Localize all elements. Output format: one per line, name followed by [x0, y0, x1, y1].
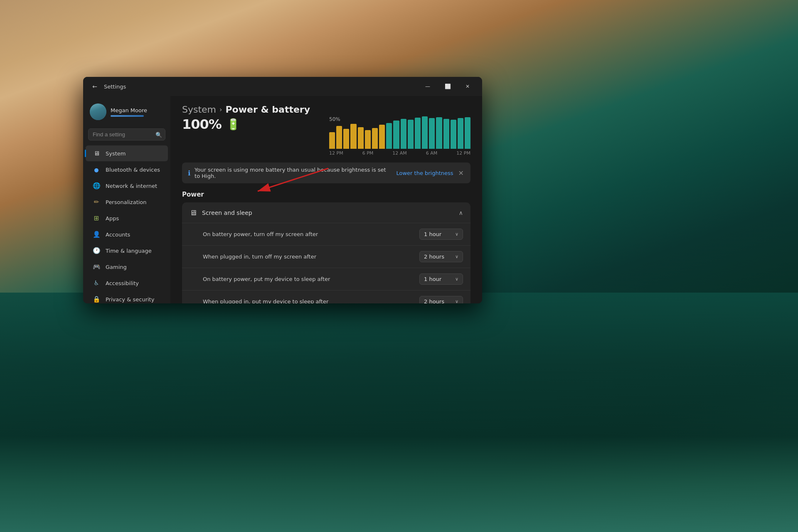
avatar [90, 103, 106, 120]
sidebar-item-label: System [106, 150, 126, 157]
search-input[interactable] [88, 128, 165, 140]
sidebar: Megan Moore 🔍 🖥 System ● Bluetooth & dev… [83, 96, 170, 303]
chart-bar [336, 126, 342, 149]
chart-bar [408, 120, 414, 149]
main-panel: System › Power & battery 100% 🔋 50% [170, 96, 482, 303]
sidebar-item-privacy[interactable]: 🔒 Privacy & security [86, 291, 168, 303]
breadcrumb-separator: › [219, 106, 222, 113]
accessibility-icon: ♿ [92, 279, 101, 287]
chart-time-label: 6 PM [362, 150, 374, 156]
sidebar-item-label: Gaming [106, 264, 127, 270]
apps-icon: ⊞ [92, 214, 101, 222]
search-icon: 🔍 [155, 131, 162, 138]
titlebar: ← Settings — ⬜ ✕ [83, 77, 482, 96]
close-button[interactable]: ✕ [458, 80, 477, 93]
user-info: Megan Moore [111, 107, 147, 117]
back-button[interactable]: ← [90, 81, 100, 91]
screen-sleep-chevron: ∧ [459, 209, 463, 216]
battery-bar-chart [329, 124, 470, 149]
screen-sleep-header-left: 🖥 Screen and sleep [190, 208, 252, 217]
user-progress-bar [111, 115, 144, 117]
sidebar-item-personalization[interactable]: ✏ Personalization [86, 194, 168, 210]
chart-bar [358, 127, 364, 149]
chart-bar [386, 123, 392, 149]
battery-screen-off-row: On battery power, turn off my screen aft… [182, 223, 470, 245]
plugged-screen-off-label: When plugged in, turn off my screen afte… [203, 254, 316, 260]
sidebar-item-label: Personalization [106, 199, 147, 205]
chart-bar [401, 119, 406, 149]
plugged-sleep-value: 2 hours [424, 298, 444, 303]
chart-bar [436, 117, 442, 149]
chart-bar [458, 118, 463, 149]
plugged-sleep-label: When plugged in, put my device to sleep … [203, 298, 328, 303]
chart-bar [415, 118, 421, 149]
breadcrumb: System › Power & battery [182, 104, 470, 115]
chart-bar [329, 132, 335, 149]
user-profile: Megan Moore [83, 99, 170, 127]
accounts-icon: 👤 [92, 230, 101, 239]
screen-sleep-card: 🖥 Screen and sleep ∧ On battery power, t… [182, 202, 470, 303]
gaming-icon: 🎮 [92, 263, 101, 271]
battery-sleep-dropdown[interactable]: 1 hour ∨ [419, 273, 463, 285]
sidebar-item-bluetooth[interactable]: ● Bluetooth & devices [86, 162, 168, 177]
titlebar-controls: — ⬜ ✕ [418, 80, 477, 93]
chevron-down-icon: ∨ [455, 299, 458, 303]
plugged-screen-off-value: 2 hours [424, 254, 444, 260]
chart-bar [365, 130, 371, 149]
breadcrumb-current: Power & battery [225, 104, 310, 115]
sidebar-item-apps[interactable]: ⊞ Apps [86, 210, 168, 226]
plugged-screen-off-row: When plugged in, turn off my screen afte… [182, 245, 470, 268]
sidebar-item-system[interactable]: 🖥 System [86, 145, 168, 161]
info-icon: ℹ [188, 169, 190, 177]
avatar-image [90, 103, 106, 120]
power-section-title: Power [182, 191, 470, 198]
titlebar-title: Settings [104, 84, 126, 90]
chart-bar [465, 117, 470, 149]
notification-text: Your screen is using more battery than u… [195, 167, 392, 179]
plugged-sleep-dropdown[interactable]: 2 hours ∨ [419, 296, 463, 303]
chevron-down-icon: ∨ [455, 232, 458, 237]
chart-time-label: 12 PM [456, 150, 470, 156]
chart-bar [379, 125, 385, 149]
chart-time-label: 12 AM [392, 150, 407, 156]
search-box: 🔍 [88, 128, 165, 140]
sidebar-item-time[interactable]: 🕐 Time & language [86, 243, 168, 259]
battery-screen-off-label: On battery power, turn off my screen aft… [203, 231, 318, 237]
screen-sleep-icon: 🖥 [190, 208, 197, 217]
breadcrumb-parent: System [182, 104, 216, 115]
battery-screen-off-dropdown[interactable]: 1 hour ∨ [419, 229, 463, 240]
lower-brightness-link[interactable]: Lower the brightness [396, 170, 453, 176]
chevron-down-icon: ∨ [455, 254, 458, 259]
battery-sleep-row: On battery power, put my device to sleep… [182, 268, 470, 290]
sidebar-item-label: Time & language [106, 248, 152, 254]
network-icon: 🌐 [92, 182, 101, 190]
sidebar-item-label: Accounts [106, 232, 130, 238]
plugged-screen-off-dropdown[interactable]: 2 hours ∨ [419, 251, 463, 262]
chart-bar [393, 121, 399, 149]
chart-bar [443, 119, 449, 149]
sidebar-item-label: Bluetooth & devices [106, 167, 160, 173]
sidebar-item-label: Accessibility [106, 280, 139, 286]
restore-button[interactable]: ⬜ [438, 80, 457, 93]
sidebar-item-gaming[interactable]: 🎮 Gaming [86, 259, 168, 275]
sidebar-item-label: Apps [106, 215, 119, 222]
battery-percentage: 100% [182, 116, 222, 132]
sidebar-item-accounts[interactable]: 👤 Accounts [86, 227, 168, 242]
notification-banner: ℹ Your screen is using more battery than… [182, 163, 470, 183]
battery-screen-off-value: 1 hour [424, 231, 441, 237]
chart-bar [350, 124, 356, 149]
notification-close-button[interactable]: ✕ [458, 168, 465, 178]
window-content: Megan Moore 🔍 🖥 System ● Bluetooth & dev… [83, 96, 482, 303]
settings-window: ← Settings — ⬜ ✕ Megan Moore 🔍 [83, 77, 482, 303]
minimize-button[interactable]: — [418, 80, 437, 93]
screen-sleep-header[interactable]: 🖥 Screen and sleep ∧ [182, 202, 470, 223]
chart-time-label: 6 AM [426, 150, 438, 156]
bluetooth-icon: ● [92, 165, 101, 174]
personalization-icon: ✏ [92, 198, 101, 206]
sidebar-item-network[interactable]: 🌐 Network & internet [86, 178, 168, 194]
chart-pct-label: 50% [329, 116, 340, 122]
sidebar-item-accessibility[interactable]: ♿ Accessibility [86, 275, 168, 291]
battery-chart: 50% 12 PM 6 PM 12 AM 6 AM 12 PM [329, 116, 470, 156]
plugged-sleep-row: When plugged in, put my device to sleep … [182, 290, 470, 303]
battery-section: 100% 🔋 [182, 116, 240, 132]
